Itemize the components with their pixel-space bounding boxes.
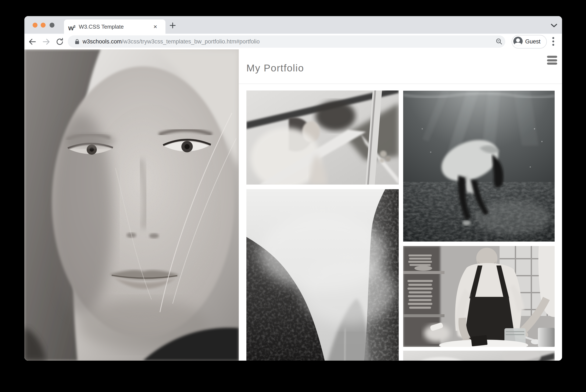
photo-next-partial: [403, 351, 555, 361]
back-arrow-icon: [28, 38, 37, 46]
browser-menu-button[interactable]: [550, 36, 556, 47]
guest-label: Guest: [525, 36, 541, 48]
tab-strip: w3 W3.CSS Template ×: [24, 16, 562, 34]
reload-icon: [55, 38, 64, 46]
w3css-favicon: w3: [68, 22, 77, 31]
forward-arrow-icon: [42, 38, 50, 46]
photo-chef: [403, 246, 555, 347]
lock-icon[interactable]: [74, 38, 80, 44]
tab-close-icon[interactable]: ×: [152, 24, 159, 30]
zoom-out-icon[interactable]: [496, 38, 503, 45]
new-tab-button[interactable]: [169, 22, 176, 29]
tab-w3css-template[interactable]: w3 W3.CSS Template ×: [64, 20, 165, 34]
forward-button[interactable]: [42, 38, 50, 46]
photo-wedding-car: [246, 90, 399, 184]
screenshot-stage: w3 W3.CSS Template ×: [0, 0, 586, 392]
menu-hamburger-icon[interactable]: [547, 56, 557, 65]
tab-title: W3.CSS Template: [79, 20, 124, 34]
url-text: w3schools.com/w3css/tryw3css_templates_b…: [83, 36, 260, 48]
browser-toolbar: w3schools.com/w3css/tryw3css_templates_b…: [24, 34, 562, 50]
reload-button[interactable]: [55, 38, 64, 46]
photo-hero-portrait: [24, 49, 239, 361]
plus-icon: [169, 22, 176, 29]
avatar-icon: [513, 37, 523, 46]
page-viewport: My Portfolio: [24, 49, 562, 361]
window-close-button[interactable]: [33, 23, 37, 28]
page-title: My Portfolio: [246, 62, 304, 74]
guest-profile-button[interactable]: Guest: [512, 35, 547, 48]
address-bar[interactable]: w3schools.com/w3css/tryw3css_templates_b…: [68, 36, 505, 48]
back-button[interactable]: [28, 38, 37, 46]
header-divider: [239, 84, 562, 84]
window-maximize-button[interactable]: [49, 23, 54, 28]
photo-foggy-canyon: [246, 189, 399, 361]
chevron-down-icon[interactable]: [551, 24, 558, 28]
browser-window: w3 W3.CSS Template ×: [24, 16, 562, 361]
url-domain: w3schools.com: [83, 38, 122, 45]
window-minimize-button[interactable]: [41, 23, 45, 28]
photo-underwater: [403, 91, 555, 242]
url-path: /w3css/tryw3css_templates_bw_portfolio.h…: [122, 38, 260, 45]
